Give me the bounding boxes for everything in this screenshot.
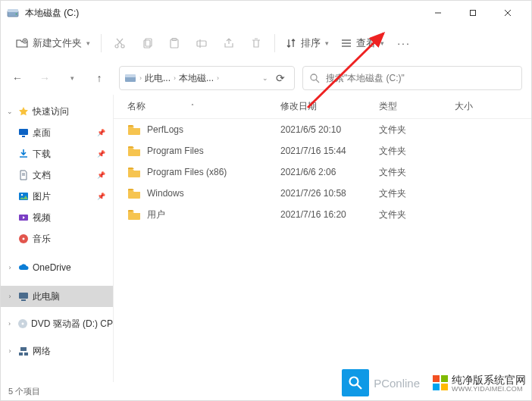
sidebar-music[interactable]: 音乐 <box>1 228 113 249</box>
file-date: 2021/7/16 15:44 <box>280 146 379 156</box>
sidebar: ⌄快速访问 桌面📌 下载📌 文档📌 图片📌 视频 音乐 ›OneDrive ›此… <box>1 95 114 382</box>
new-folder-label: 新建文件夹 <box>33 36 82 50</box>
column-date[interactable]: 修改日期 <box>280 100 379 113</box>
copy-button[interactable] <box>133 30 161 57</box>
drive-icon <box>124 72 136 84</box>
expand-icon: › <box>5 264 14 271</box>
more-button[interactable]: ··· <box>390 30 418 57</box>
picture-icon <box>17 190 30 202</box>
svg-line-13 <box>117 39 122 45</box>
titlebar: 本地磁盘 (C:) <box>1 1 531 25</box>
file-date: 2021/6/5 20:10 <box>280 124 379 135</box>
addr-chevron[interactable]: ⌄ <box>262 74 268 82</box>
share-button[interactable] <box>215 30 243 57</box>
pc-icon <box>17 290 30 302</box>
address-bar[interactable]: › 此电... › 本地磁... › ⌄ ⟳ <box>119 66 295 90</box>
file-type: 文件夹 <box>379 166 455 179</box>
view-label: 查看 <box>356 36 376 50</box>
svg-point-39 <box>21 323 23 325</box>
sidebar-dvd[interactable]: ›DVD 驱动器 (D:) CP <box>1 313 113 334</box>
item-count: 5 个项目 <box>8 386 40 397</box>
column-size[interactable]: 大小 <box>455 100 531 113</box>
refresh-button[interactable]: ⟳ <box>271 66 289 90</box>
svg-rect-36 <box>19 293 28 299</box>
folder-icon <box>127 124 141 135</box>
pin-icon: 📌 <box>97 171 105 179</box>
sidebar-desktop[interactable]: 桌面📌 <box>1 122 113 143</box>
back-button[interactable]: ← <box>5 66 30 90</box>
table-row[interactable]: Program Files (x86)2021/6/6 2:06文件夹 <box>114 161 531 183</box>
separator <box>274 34 275 52</box>
disc-icon <box>17 318 28 330</box>
sort-label: 排序 <box>301 36 321 50</box>
table-row[interactable]: 用户2021/7/16 16:20文件夹 <box>114 204 531 225</box>
folder-icon <box>127 188 141 199</box>
paste-button[interactable] <box>161 30 188 57</box>
svg-rect-4 <box>471 11 476 16</box>
desktop-icon <box>17 127 30 139</box>
folder-icon <box>127 167 141 177</box>
drive-icon <box>7 7 19 19</box>
file-date: 2021/7/26 10:58 <box>280 188 379 199</box>
rename-button[interactable] <box>188 30 215 57</box>
sidebar-videos[interactable]: 视频 <box>1 207 113 228</box>
svg-rect-40 <box>20 347 27 351</box>
pin-icon: 📌 <box>97 129 105 136</box>
file-list: 名称˄ 修改日期 类型 大小 PerfLogs2021/6/5 20:10文件夹… <box>114 95 531 382</box>
sort-icon <box>286 38 296 49</box>
sidebar-onedrive[interactable]: ›OneDrive <box>1 257 113 278</box>
column-type[interactable]: 类型 <box>379 100 455 113</box>
sidebar-network[interactable]: ›网络 <box>1 340 113 362</box>
sidebar-documents[interactable]: 文档📌 <box>1 164 113 186</box>
toolbar: 新建文件夹 ▾ 排序 ▾ 查看 ▾ ··· <box>1 25 531 61</box>
sidebar-downloads[interactable]: 下载📌 <box>1 143 113 164</box>
file-name: Windows <box>147 188 184 199</box>
close-button[interactable] <box>490 1 525 25</box>
expand-icon: › <box>5 293 14 300</box>
folder-icon <box>127 209 141 220</box>
file-type: 文件夹 <box>379 124 455 136</box>
pin-icon: 📌 <box>97 193 105 200</box>
file-name: Program Files (x86) <box>147 167 227 177</box>
file-name: PerfLogs <box>147 124 183 135</box>
table-row[interactable]: Windows2021/7/26 10:58文件夹 <box>114 183 531 204</box>
file-name: Program Files <box>147 146 204 156</box>
address-row: ← → ▾ ↑ › 此电... › 本地磁... › ⌄ ⟳ <box>1 61 531 95</box>
file-date: 2021/6/6 2:06 <box>280 167 379 177</box>
delete-button[interactable] <box>243 30 270 57</box>
sidebar-quick-access[interactable]: ⌄快速访问 <box>1 101 113 122</box>
file-date: 2021/7/16 16:20 <box>280 209 379 220</box>
new-folder-button[interactable]: 新建文件夹 ▾ <box>10 30 96 57</box>
cloud-icon <box>17 262 30 274</box>
forward-button[interactable]: → <box>33 66 57 90</box>
music-icon <box>17 233 30 245</box>
video-icon <box>17 211 30 224</box>
chevron-down-icon: ▾ <box>380 39 384 47</box>
table-row[interactable]: Program Files2021/7/16 15:44文件夹 <box>114 140 531 161</box>
sidebar-pictures[interactable]: 图片📌 <box>1 186 113 207</box>
minimize-button[interactable] <box>421 1 455 25</box>
view-button[interactable]: 查看 ▾ <box>335 30 390 57</box>
svg-point-32 <box>21 194 23 196</box>
collapse-icon: ⌄ <box>5 108 14 115</box>
column-name[interactable]: 名称˄ <box>114 100 280 113</box>
expand-icon: › <box>5 320 14 327</box>
cut-button[interactable] <box>106 30 133 57</box>
file-type: 文件夹 <box>379 208 455 221</box>
search-bar[interactable] <box>302 66 522 90</box>
svg-rect-41 <box>19 352 23 356</box>
table-row[interactable]: PerfLogs2021/6/5 20:10文件夹 <box>114 119 531 140</box>
breadcrumb-item[interactable]: 此电... <box>145 72 171 85</box>
svg-rect-28 <box>22 136 25 137</box>
star-icon <box>17 105 30 117</box>
recent-button[interactable]: ▾ <box>60 66 84 90</box>
search-input[interactable] <box>326 73 515 83</box>
document-icon <box>17 169 30 181</box>
up-button[interactable]: ↑ <box>87 66 111 90</box>
breadcrumb-item[interactable]: 本地磁... <box>179 72 214 85</box>
sidebar-this-pc[interactable]: ›此电脑 <box>1 286 113 307</box>
view-icon <box>341 38 352 49</box>
sort-button[interactable]: 排序 ▾ <box>280 30 335 57</box>
maximize-button[interactable] <box>455 1 490 25</box>
svg-rect-42 <box>24 352 28 356</box>
